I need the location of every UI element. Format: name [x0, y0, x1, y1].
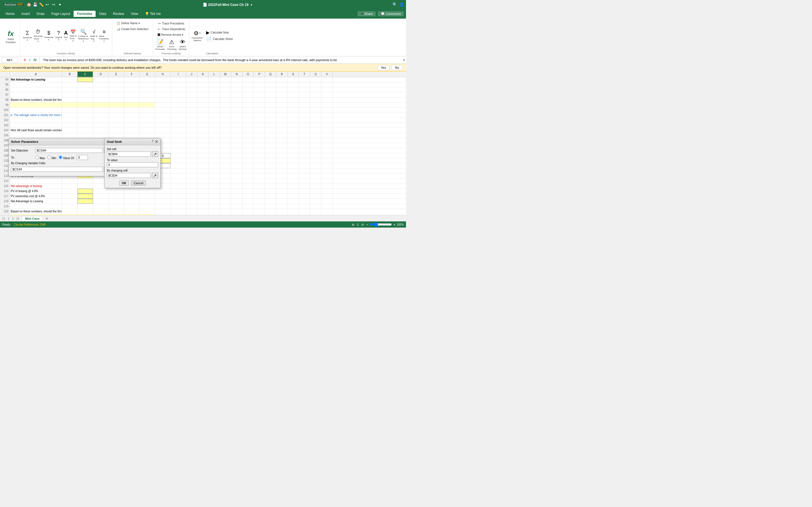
cell[interactable] — [231, 148, 243, 153]
cell[interactable] — [254, 143, 265, 148]
solver-dialog[interactable]: Solver Parameters ? ✕ Set Objective: ↗ T… — [8, 138, 113, 176]
cell[interactable] — [321, 204, 333, 209]
cell[interactable] — [186, 103, 197, 107]
cell[interactable] — [310, 209, 321, 214]
cell[interactable] — [310, 158, 321, 163]
cell[interactable] — [310, 184, 321, 188]
cell[interactable] — [78, 179, 93, 183]
cell[interactable] — [109, 209, 124, 214]
nav-prev-sheet[interactable]: ⟨ — [7, 216, 10, 221]
cell[interactable] — [265, 148, 276, 153]
cell[interactable] — [140, 199, 155, 204]
cell[interactable] — [109, 108, 124, 112]
col-header-b[interactable]: B — [62, 71, 78, 77]
cell[interactable] — [231, 194, 243, 199]
cell[interactable] — [243, 118, 254, 122]
col-header-u[interactable]: U — [310, 71, 321, 77]
cell[interactable] — [220, 163, 231, 168]
cell[interactable] — [276, 108, 288, 112]
cell[interactable] — [231, 82, 243, 87]
col-header-f[interactable]: F — [124, 71, 140, 77]
cell[interactable] — [140, 77, 155, 82]
cell[interactable] — [10, 103, 62, 107]
cell[interactable] — [78, 93, 93, 97]
cell[interactable] — [321, 214, 333, 215]
cell[interactable] — [140, 103, 155, 107]
cell[interactable] — [243, 77, 254, 82]
cell[interactable] — [186, 158, 197, 163]
cell[interactable] — [186, 108, 197, 112]
cell[interactable] — [93, 128, 109, 133]
cell[interactable] — [265, 194, 276, 199]
cell[interactable] — [186, 128, 197, 133]
cell[interactable] — [186, 98, 197, 102]
cell[interactable] — [321, 128, 333, 133]
cell[interactable] — [288, 128, 299, 133]
col-header-l[interactable]: L — [209, 71, 220, 77]
cell[interactable] — [265, 199, 276, 204]
cell[interactable] — [93, 118, 109, 122]
cell[interactable] — [197, 113, 209, 117]
cell[interactable] — [62, 108, 78, 112]
cell[interactable] — [288, 163, 299, 168]
cell[interactable] — [288, 133, 299, 138]
cell[interactable] — [310, 179, 321, 183]
cell[interactable] — [254, 189, 265, 193]
cell[interactable] — [124, 93, 140, 97]
cell[interactable] — [288, 194, 299, 199]
cell[interactable] — [276, 123, 288, 128]
cell[interactable] — [62, 199, 78, 204]
cell[interactable] — [321, 179, 333, 183]
cell[interactable] — [321, 143, 333, 148]
cell[interactable] — [243, 179, 254, 183]
cell[interactable]: PV ownership cost @ 4.8% — [10, 194, 62, 199]
cell[interactable] — [186, 189, 197, 193]
tab-home[interactable]: Home — [2, 11, 18, 17]
cell[interactable] — [155, 123, 170, 128]
cell[interactable] — [321, 93, 333, 97]
cell[interactable] — [231, 153, 243, 158]
cell[interactable] — [265, 93, 276, 97]
cell[interactable] — [231, 199, 243, 204]
cell[interactable] — [197, 204, 209, 209]
cell[interactable] — [231, 128, 243, 133]
cell[interactable] — [186, 153, 197, 158]
cell[interactable] — [310, 199, 321, 204]
formula-expand-icon[interactable]: ▾ — [403, 58, 405, 62]
cell[interactable] — [170, 184, 186, 188]
cell[interactable] — [186, 214, 197, 215]
cell[interactable] — [209, 168, 220, 173]
cell[interactable] — [243, 113, 254, 117]
cell[interactable] — [243, 87, 254, 92]
cell[interactable] — [62, 113, 78, 117]
cell[interactable] — [209, 82, 220, 87]
col-header-t[interactable]: T — [299, 71, 310, 77]
cell[interactable] — [62, 179, 78, 183]
cell[interactable] — [220, 189, 231, 193]
cell[interactable] — [170, 123, 186, 128]
cell[interactable] — [93, 133, 109, 138]
goal-seek-cell-picker[interactable]: ↗ — [152, 151, 158, 157]
cell[interactable] — [276, 77, 288, 82]
cell[interactable] — [288, 214, 299, 215]
redo-icon[interactable]: ↪ — [51, 2, 56, 7]
cell[interactable] — [243, 214, 254, 215]
cell[interactable] — [220, 153, 231, 158]
cell[interactable] — [299, 179, 310, 183]
cell[interactable] — [254, 204, 265, 209]
cell[interactable] — [265, 133, 276, 138]
cell[interactable] — [321, 118, 333, 122]
cell[interactable] — [231, 168, 243, 173]
cell[interactable] — [155, 113, 170, 117]
cell[interactable] — [243, 138, 254, 143]
cell[interactable] — [78, 113, 93, 117]
cell[interactable] — [209, 148, 220, 153]
cell[interactable] — [254, 108, 265, 112]
cell[interactable] — [78, 103, 93, 107]
financial-button[interactable]: $ Financial ▾ — [44, 30, 54, 42]
view-normal-icon[interactable]: ⊞ — [352, 223, 354, 226]
cell[interactable] — [243, 163, 254, 168]
cell[interactable] — [62, 194, 78, 199]
cell[interactable] — [140, 123, 155, 128]
lookup-reference-button[interactable]: 🔍 Lookup &Reference ▾ — [78, 28, 89, 43]
